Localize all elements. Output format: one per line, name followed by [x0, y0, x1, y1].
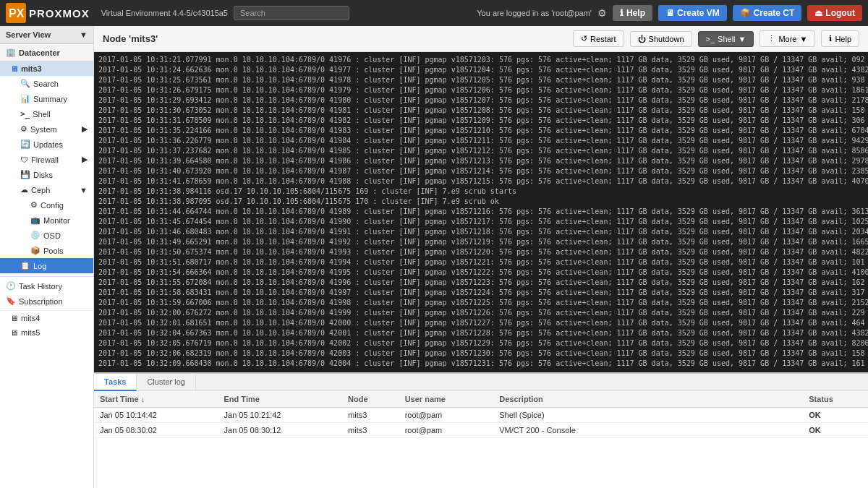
- pools-label: Pools: [43, 247, 64, 255]
- server-view-header[interactable]: Server View ▼: [0, 26, 93, 44]
- osd-label: OSD: [43, 231, 61, 240]
- datacenter-icon: 🏢: [6, 48, 16, 57]
- expand-firewall-icon: ▶: [82, 155, 88, 164]
- cell-desc: Shell (Spice): [493, 408, 803, 423]
- sidebar-item-ceph[interactable]: ☁ Ceph ▼: [0, 182, 93, 197]
- shutdown-icon: ⏻: [638, 35, 646, 43]
- sidebar-item-config[interactable]: ⚙ Config: [0, 197, 93, 213]
- log-line: 2017-01-05 10:31:29.693412 mon.0 10.10.1…: [97, 95, 865, 106]
- logo-text: PROXMOX: [29, 7, 90, 20]
- bottom-panel: Tasks Cluster log Start Time ↓: [94, 372, 868, 488]
- col-node[interactable]: Node: [342, 391, 399, 408]
- task-table-container[interactable]: Start Time ↓ End Time Node User name: [94, 391, 868, 488]
- ceph-label: Ceph: [31, 186, 50, 194]
- shell-label: Shell: [33, 110, 50, 119]
- sidebar-item-mits5[interactable]: 🖥 mits5: [0, 325, 93, 340]
- updates-label: Updates: [33, 140, 63, 149]
- col-start-time[interactable]: Start Time ↓: [94, 391, 218, 408]
- log-line: 2017-01-05 10:31:49.665291 mon.0 10.10.1…: [97, 237, 865, 247]
- sidebar-item-firewall[interactable]: 🛡 Firewall ▶: [0, 152, 93, 167]
- search-icon: 🔍: [20, 79, 30, 88]
- task-table: Start Time ↓ End Time Node User name: [94, 391, 868, 438]
- col-status[interactable]: Status: [803, 391, 868, 408]
- log-line: 2017-01-05 10:31:55.672084 mon.0 10.10.1…: [97, 278, 865, 288]
- system-label: System: [30, 125, 57, 134]
- col-end-time[interactable]: End Time: [218, 391, 343, 408]
- logout-button[interactable]: ⏏ Logout: [807, 5, 862, 21]
- cell-status: OK: [803, 423, 868, 438]
- ceph-icon: ☁: [20, 185, 28, 194]
- search-input[interactable]: [234, 6, 349, 20]
- create-vm-icon: 🖥: [665, 8, 674, 18]
- create-vm-button[interactable]: 🖥 Create VM: [658, 5, 727, 21]
- log-line: 2017-01-05 10:32:00.676272 mon.0 10.10.1…: [97, 308, 865, 318]
- sidebar-item-log[interactable]: 📋 Log: [0, 258, 93, 273]
- config-icon: ⚙: [30, 200, 38, 210]
- cell-desc: VM/CT 200 - Console: [493, 423, 803, 438]
- log-line: 2017-01-05 10:31:30.673052 mon.0 10.10.1…: [97, 106, 865, 116]
- settings-button[interactable]: ⚙: [597, 7, 607, 19]
- help-button-node[interactable]: ℹ Help: [821, 30, 859, 47]
- server-icon2: 🖥: [10, 314, 18, 322]
- expand-ceph-icon: ▼: [80, 186, 88, 194]
- log-line: 2017-01-05 10:31:36.226779 mon.0 10.10.1…: [97, 136, 865, 146]
- cell-end: Jan 05 10:21:42: [218, 408, 343, 423]
- log-line: 2017-01-05 10:31:37.237682 mon.0 10.10.1…: [97, 146, 865, 156]
- sidebar-item-task-history[interactable]: 🕐 Task History: [0, 276, 93, 294]
- osd-icon: 💿: [30, 231, 41, 240]
- node-header: Node 'mits3' ↺ Restart ⏻ Shutdown >_ She…: [94, 26, 868, 52]
- log-line: 2017-01-05 10:31:54.666364 mon.0 10.10.1…: [97, 267, 865, 278]
- sidebar-item-datacenter[interactable]: 🏢 Datacenter: [0, 44, 93, 61]
- log-label: Log: [33, 262, 46, 270]
- sidebar: Server View ▼ 🏢 Datacenter 🖥 mits3 🔍 Sea…: [0, 26, 94, 488]
- shell-button[interactable]: >_ Shell ▼: [698, 31, 754, 47]
- cell-status: OK: [803, 408, 868, 423]
- sidebar-item-updates[interactable]: 🔄 Updates: [0, 137, 93, 152]
- sidebar-item-disks[interactable]: 💾 Disks: [0, 167, 93, 182]
- sidebar-item-osd[interactable]: 💿 OSD: [0, 228, 93, 243]
- log-line: 2017-01-05 10:31:31.678509 mon.0 10.10.1…: [97, 116, 865, 126]
- create-ct-button[interactable]: 📦 Create CT: [733, 5, 802, 21]
- shutdown-button[interactable]: ⏻ Shutdown: [630, 31, 692, 47]
- version-label: Virtual Environment 4.4-5/c43015a5: [101, 9, 228, 17]
- cell-end: Jan 05 08:30:12: [218, 423, 343, 438]
- tab-cluster-log[interactable]: Cluster log: [137, 374, 196, 390]
- mits4-label: mits4: [21, 314, 40, 322]
- log-line: 2017-01-05 10:32:05.676719 mon.0 10.10.1…: [97, 338, 865, 348]
- svg-text:PX: PX: [9, 7, 25, 20]
- sidebar-item-summary[interactable]: 📊 Summary: [0, 91, 93, 106]
- sidebar-item-subscription[interactable]: 🔖 Subscription: [0, 294, 93, 309]
- log-line: 2017-01-05 10:31:44.664744 mon.0 10.10.1…: [97, 207, 865, 217]
- restart-button[interactable]: ↺ Restart: [573, 30, 624, 47]
- chevron-down-icon: ▼: [80, 30, 88, 39]
- shell-btn-icon: >_: [706, 35, 715, 43]
- table-row[interactable]: Jan 05 10:14:42 Jan 05 10:21:42 mits3 ro…: [94, 408, 868, 423]
- more-icon: ⋮: [767, 34, 775, 43]
- col-user[interactable]: User name: [399, 391, 494, 408]
- sidebar-item-pools[interactable]: 📦 Pools: [0, 243, 93, 258]
- log-line: 2017-01-05 10:31:25.673561 mon.0 10.10.1…: [97, 75, 865, 85]
- sidebar-item-mits4[interactable]: 🖥 mits4: [0, 310, 93, 325]
- sidebar-item-mits3[interactable]: 🖥 mits3: [0, 61, 93, 76]
- log-line: 2017-01-05 10:31:39.664580 mon.0 10.10.1…: [97, 156, 865, 166]
- sidebar-item-search[interactable]: 🔍 Search: [0, 76, 93, 91]
- log-line: 2017-01-05 10:31:58.683431 mon.0 10.10.1…: [97, 288, 865, 298]
- server-mits3-label: mits3: [21, 64, 42, 73]
- col-desc[interactable]: Description: [493, 391, 803, 408]
- more-button[interactable]: ⋮ More ▼: [760, 30, 815, 47]
- sidebar-item-monitor[interactable]: 📺 Monitor: [0, 213, 93, 228]
- table-row[interactable]: Jan 05 08:30:02 Jan 05 08:30:12 mits3 ro…: [94, 423, 868, 438]
- tab-tasks[interactable]: Tasks: [94, 374, 137, 391]
- log-icon: 📋: [20, 261, 30, 270]
- help-button-top[interactable]: ℹ Help: [613, 5, 652, 21]
- log-line: 2017-01-05 10:31:40.673920 mon.0 10.10.1…: [97, 166, 865, 176]
- system-icon: ⚙: [20, 124, 27, 134]
- sidebar-item-system[interactable]: ⚙ System ▶: [0, 121, 93, 137]
- sidebar-item-shell[interactable]: >_ Shell: [0, 106, 93, 121]
- log-area[interactable]: 2017-01-05 10:31:21.077991 mon.0 10.10.1…: [94, 52, 868, 372]
- log-line: 2017-01-05 10:32:01.681651 mon.0 10.10.1…: [97, 318, 865, 328]
- log-line: 2017-01-05 10:32:09.668430 mon.0 10.10.1…: [97, 359, 865, 369]
- cell-node: mits3: [342, 408, 399, 423]
- more-arrow-icon: ▼: [799, 35, 807, 43]
- main-layout: Server View ▼ 🏢 Datacenter 🖥 mits3 🔍 Sea…: [0, 26, 868, 488]
